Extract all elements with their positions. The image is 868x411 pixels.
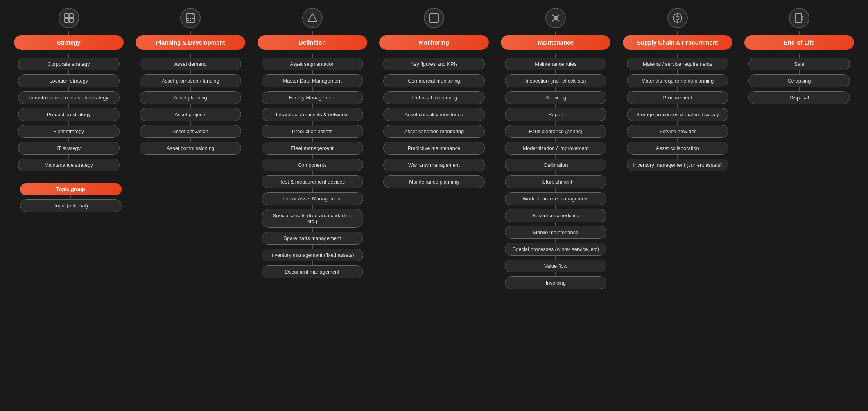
- maintenance-item-9[interactable]: Resource scheduling: [505, 209, 606, 222]
- definition-item-2[interactable]: Facility Management: [262, 91, 363, 104]
- planning-item-0[interactable]: Asset demand: [140, 58, 241, 70]
- planning-item-4[interactable]: Asset activation: [140, 125, 241, 138]
- legend-section: Topic groupTopic (optional): [10, 183, 127, 212]
- supply-chain-items-list: Material / service requirementsMaterials…: [619, 54, 736, 171]
- definition-item-4[interactable]: Production assets: [262, 125, 363, 138]
- maintenance-item-3[interactable]: Repair: [505, 108, 606, 121]
- supply-chain-item-5[interactable]: Asset collaboration: [627, 142, 728, 155]
- list-item: Infrastructure- / real estate strategy: [10, 87, 127, 104]
- definition-item-8[interactable]: Linear Asset Management: [262, 192, 363, 205]
- list-item: Maintenance planning: [375, 171, 492, 188]
- end-of-life-item-2[interactable]: Disposal: [748, 91, 850, 104]
- list-item: Asset collaboration: [619, 138, 736, 155]
- monitoring-item-6[interactable]: Warranty management: [383, 159, 485, 171]
- definition-item-9[interactable]: Special assets (tree-area cadastre, etc.…: [262, 209, 363, 228]
- maintenance-item-13[interactable]: Invoicing: [505, 276, 606, 289]
- list-item: Inventory management (current assets): [619, 155, 736, 171]
- maintenance-item-2[interactable]: Servicing: [505, 91, 606, 104]
- list-item: Asset condition monitoring: [375, 121, 492, 138]
- svg-rect-10: [192, 18, 194, 19]
- list-item: Components: [254, 155, 371, 171]
- list-item: Special processes (winter service, etc): [497, 239, 614, 256]
- list-item: Asset segmentation: [254, 54, 371, 70]
- list-item: Maintenance rules: [497, 54, 614, 70]
- end-of-life-item-0[interactable]: Sale: [748, 58, 850, 70]
- monitoring-item-0[interactable]: Key figures and KPIs: [383, 58, 485, 70]
- monitoring-item-2[interactable]: Technical monitoring: [383, 91, 485, 104]
- definition-item-6[interactable]: Components: [262, 159, 363, 171]
- column-end-of-life: End-of-LifeSaleScrappingDisposal: [739, 8, 860, 289]
- list-item: Disposal: [741, 87, 858, 104]
- svg-marker-13: [308, 14, 317, 21]
- monitoring-item-4[interactable]: Asset condition monitoring: [383, 125, 485, 138]
- maintenance-item-0[interactable]: Maintenance rules: [505, 58, 606, 70]
- maintenance-item-8[interactable]: Work clearance management: [505, 192, 606, 205]
- maintenance-item-6[interactable]: Calibration: [505, 159, 606, 171]
- monitoring-item-5[interactable]: Predictive maintenance: [383, 142, 485, 155]
- svg-rect-9: [190, 18, 191, 19]
- planning-item-5[interactable]: Asset commissioning: [140, 142, 241, 155]
- definition-item-11[interactable]: Inventory management (fixed assets): [262, 249, 363, 261]
- list-item: Invoicing: [497, 272, 614, 289]
- monitoring-item-7[interactable]: Maintenance planning: [383, 175, 485, 188]
- strategy-item-5[interactable]: IT strategy: [18, 142, 120, 155]
- planning-item-3[interactable]: Asset projects: [140, 108, 241, 121]
- list-item: Fault clearance (adhoc): [497, 121, 614, 138]
- strategy-items-list: Corporate strategyLocation strategyInfra…: [10, 54, 127, 171]
- svg-rect-3: [69, 18, 73, 22]
- definition-item-0[interactable]: Asset segmentation: [262, 58, 363, 70]
- svg-rect-1: [69, 14, 73, 18]
- strategy-item-4[interactable]: Fleet strategy: [18, 125, 120, 138]
- monitoring-items-list: Key figures and KPIsCommercial monitorin…: [375, 54, 492, 188]
- definition-item-12[interactable]: Document management: [262, 265, 363, 278]
- supply-chain-item-2[interactable]: Procurement: [627, 91, 728, 104]
- definition-item-3[interactable]: Infrastructure assets & networks: [262, 108, 363, 121]
- maintenance-item-7[interactable]: Refurbishment: [505, 175, 606, 188]
- supply-chain-item-3[interactable]: Storage processes & material supply: [627, 108, 728, 121]
- list-item: Materials requirements planning: [619, 70, 736, 87]
- column-maintenance: MaintenanceMaintenance rulesInspection (…: [495, 8, 617, 289]
- definition-item-7[interactable]: Test & measurement devices: [262, 175, 363, 188]
- list-item: Commercial monitoring: [375, 70, 492, 87]
- strategy-item-1[interactable]: Location strategy: [18, 74, 120, 87]
- list-item: Refurbishment: [497, 171, 614, 188]
- planning-item-2[interactable]: Asset planning: [140, 91, 241, 104]
- maintenance-item-10[interactable]: Mobile maintenance: [505, 226, 606, 239]
- maintenance-item-1[interactable]: Inspection (incl. checklists): [505, 74, 606, 87]
- monitoring-item-1[interactable]: Commercial monitoring: [383, 74, 485, 87]
- maintenance-item-12[interactable]: Value flow: [505, 260, 606, 272]
- supply-chain-item-1[interactable]: Materials requirements planning: [627, 74, 728, 87]
- list-item: Mobile maintenance: [497, 222, 614, 239]
- topic-group-wrapper: Topic group: [14, 183, 127, 195]
- list-item: Warranty management: [375, 155, 492, 171]
- definition-item-10[interactable]: Spare parts management: [262, 232, 363, 245]
- svg-rect-2: [65, 18, 68, 22]
- list-item: Procurement: [619, 87, 736, 104]
- strategy-item-3[interactable]: Production strategy: [18, 108, 120, 121]
- list-item: Infrastructure assets & networks: [254, 104, 371, 121]
- maintenance-item-5[interactable]: Modernization / Improvement: [505, 142, 606, 155]
- list-item: Work clearance management: [497, 188, 614, 205]
- monitoring-item-3[interactable]: Asset criticality monitoring: [383, 108, 485, 121]
- end-of-life-header: End-of-Life: [744, 35, 854, 50]
- maintenance-item-4[interactable]: Fault clearance (adhoc): [505, 125, 606, 138]
- supply-chain-item-6[interactable]: Inventory management (current assets): [627, 159, 728, 171]
- monitoring-icon: [424, 8, 444, 28]
- strategy-icon: [59, 8, 79, 28]
- planning-item-1[interactable]: Asset promotion / funding: [140, 74, 241, 87]
- supply-chain-item-0[interactable]: Material / service requirements: [627, 58, 728, 70]
- list-item: Location strategy: [10, 70, 127, 87]
- maintenance-item-11[interactable]: Special processes (winter service, etc): [505, 243, 606, 256]
- strategy-item-0[interactable]: Corporate strategy: [18, 58, 120, 70]
- definition-item-5[interactable]: Fleet management: [262, 142, 363, 155]
- list-item: Service provider: [619, 121, 736, 138]
- strategy-header: Strategy: [14, 35, 124, 50]
- planning-header: Planning & Development: [136, 35, 245, 50]
- end-of-life-item-1[interactable]: Scrapping: [748, 74, 850, 87]
- strategy-item-6[interactable]: Maintenance strategy: [18, 159, 120, 171]
- list-item: Asset planning: [132, 87, 249, 104]
- strategy-item-2[interactable]: Infrastructure- / real estate strategy: [18, 91, 120, 104]
- supply-chain-item-4[interactable]: Service provider: [627, 125, 728, 138]
- planning-items-list: Asset demandAsset promotion / fundingAss…: [132, 54, 249, 155]
- definition-item-1[interactable]: Master Data Management: [262, 74, 363, 87]
